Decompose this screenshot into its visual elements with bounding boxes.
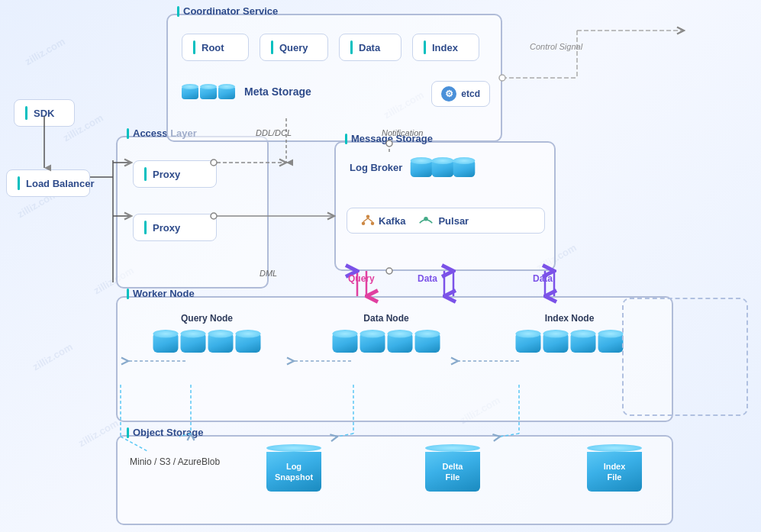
control-signal-label: Control Signal xyxy=(530,42,582,51)
index-file-label: IndexFile xyxy=(604,461,626,483)
proxy2-label: Proxy xyxy=(153,222,180,234)
root-label: Root xyxy=(202,42,224,53)
lb-bar xyxy=(18,176,20,190)
etcd-box: ⚙ etcd xyxy=(431,81,490,107)
message-storage-section: Message Storage Log Broker Kafka Pulsar xyxy=(334,141,556,271)
svg-point-0 xyxy=(366,215,370,219)
index-coord-box: Index xyxy=(412,34,479,61)
pulsar-label: Pulsar xyxy=(418,214,469,227)
index-coord-label: Index xyxy=(432,42,458,53)
proxy1-label: Proxy xyxy=(153,169,180,180)
diagram-container: zilliz.com zilliz.com zilliz.com zilliz.… xyxy=(0,0,761,532)
worker-node-label: Worker Node xyxy=(127,288,195,299)
etcd-label: etcd xyxy=(461,89,480,99)
sdk-box: SDK xyxy=(14,99,75,127)
coordinator-section: Coordinator Service Root Query Data Inde… xyxy=(166,14,502,142)
query-node-label: Query Node xyxy=(181,313,233,324)
log-snapshot-label: LogSnapshot xyxy=(275,461,313,483)
meta-storage-label: Meta Storage xyxy=(244,85,311,98)
query-node-cyls xyxy=(153,330,261,353)
lb-label: Load Balancer xyxy=(26,178,95,189)
log-broker-cyls xyxy=(411,160,474,175)
data-coord-label: Data xyxy=(359,42,380,53)
sdk-bar xyxy=(25,106,27,120)
load-balancer-box: Load Balancer xyxy=(6,169,90,197)
log-broker-label: Log Broker xyxy=(350,162,402,173)
delta-file-label: DeltaFile xyxy=(443,461,463,483)
coordinator-label: Coordinator Service xyxy=(177,5,278,17)
svg-point-5 xyxy=(424,217,429,221)
data-node-label: Data Node xyxy=(363,313,408,324)
index-node-cyls xyxy=(516,330,624,353)
notification-label: Notification xyxy=(382,128,423,137)
data-coord-box: Data xyxy=(339,34,401,61)
kafka-label: Kafka xyxy=(361,214,405,227)
data-flow-label1: Data xyxy=(418,273,437,284)
worker-node-section: Worker Node Query Node Data Node Index xyxy=(116,296,673,422)
svg-line-4 xyxy=(368,218,372,222)
index-node-label: Index Node xyxy=(545,313,595,324)
data-node-cyls xyxy=(333,330,440,353)
svg-point-1 xyxy=(362,222,366,226)
ddl-dcl-label: DDL/DCL xyxy=(256,128,292,137)
svg-line-3 xyxy=(363,218,368,222)
root-box: Root xyxy=(182,34,249,61)
kafka-pulsar-row: Kafka Pulsar xyxy=(347,208,545,234)
data-flow-label2: Data xyxy=(533,273,553,284)
query-flow-label: Query xyxy=(348,273,375,284)
proxy2-bar xyxy=(144,221,147,234)
object-storage-label: Object Storage xyxy=(127,427,203,438)
object-storage-sublabel: Minio / S3 / AzureBlob xyxy=(130,456,220,467)
svg-point-2 xyxy=(371,222,375,226)
meta-storage-cyls xyxy=(182,84,235,99)
dml-label: DML xyxy=(260,269,277,278)
index-node-dashed-box xyxy=(622,298,748,416)
proxy1-box: Proxy xyxy=(133,160,217,188)
proxy1-bar xyxy=(144,167,147,181)
proxy2-box: Proxy xyxy=(133,214,217,241)
query-coord-label: Query xyxy=(279,42,308,53)
query-coord-box: Query xyxy=(260,34,328,61)
access-layer-section: Access Layer Proxy Proxy xyxy=(116,136,269,289)
sdk-label: SDK xyxy=(34,108,54,119)
object-storage-section: Object Storage Minio / S3 / AzureBlob Lo… xyxy=(116,435,673,525)
gear-icon: ⚙ xyxy=(441,86,456,102)
